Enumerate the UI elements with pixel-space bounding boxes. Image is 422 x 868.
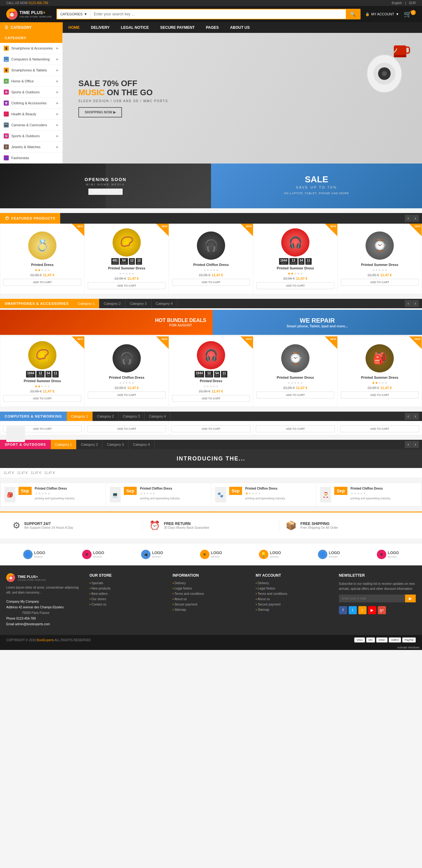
hero-shop-button[interactable]: SHOPPING NOW ▶ (78, 107, 122, 118)
featured-next-button[interactable]: › (412, 215, 419, 222)
footer-account-payment[interactable]: Secure payment (256, 603, 333, 606)
brand-text-block: LOGO BRAND (388, 551, 399, 558)
featured-prev-button[interactable]: ‹ (405, 215, 412, 222)
sport-tab-1[interactable]: Category 1 (51, 440, 77, 449)
footer-account-about[interactable]: About us (256, 597, 333, 601)
computers-tab-4[interactable]: Category 4 (144, 412, 171, 421)
svg-point-3 (382, 71, 387, 76)
brand-item[interactable]: ☀ LOGO BRAND (200, 550, 222, 559)
smartphones-tab-4[interactable]: Category 4 (151, 299, 177, 308)
brand-name[interactable]: BootExperts (37, 639, 54, 642)
footer-store-best[interactable]: Best sellers (89, 592, 166, 595)
countdown-timer: 1944DAYS 12HOUR 54MIN 11SEC (172, 371, 250, 377)
smartphones-tab-1[interactable]: Category 1 (73, 299, 100, 308)
nav-link-home[interactable]: HOME (63, 22, 85, 33)
sport-tab-4[interactable]: Category 4 (129, 440, 154, 449)
computers-prev-button[interactable]: ‹ (405, 413, 412, 420)
product-rating: ★★★★★ (256, 272, 334, 276)
featured-section: ⏱ FEATURED PRODUCTS ‹ › NEW 💍 Printed Dr… (0, 213, 422, 294)
twitter-icon[interactable]: t (349, 606, 357, 614)
account-icon-group[interactable]: 🔒 MY ACCOUNT ▼ (365, 12, 399, 16)
rss-icon[interactable]: r (358, 606, 366, 614)
add-to-cart-button[interactable]: ADD TO CART (256, 392, 334, 398)
blog-date: Sep (334, 487, 347, 495)
footer-info-legal[interactable]: Legal Notice (172, 587, 249, 590)
add-to-cart-button[interactable]: ADD TO CART (88, 282, 166, 289)
brand-item[interactable]: 🌀 LOGO BRAND (318, 550, 340, 559)
product-card: NEW 🎧 Printed Chiffon Dress ★★★★★ 22,95 … (85, 336, 169, 407)
computers-tab-3[interactable]: Category 3 (118, 412, 144, 421)
brand-item[interactable]: ♥ LOGO BRAND (82, 550, 104, 559)
feature-return: ⏰ FREE RETURN 30 Days Money Back Guarant… (143, 520, 280, 531)
banner-view-collection-button[interactable]: VIEW COLLECTION (88, 189, 122, 195)
newsletter-email-input[interactable] (339, 594, 405, 602)
add-to-cart-button[interactable]: ADD TO CART (88, 392, 166, 398)
google-plus-icon[interactable]: g+ (378, 606, 386, 614)
add-to-cart-button[interactable]: ADD TO CART (3, 395, 81, 402)
footer-account-delivery[interactable]: Delivery (256, 581, 333, 585)
brand-item[interactable]: 💡 LOGO BRAND (259, 550, 281, 559)
currency-selector[interactable]: EUR (409, 1, 416, 5)
brand-item[interactable]: 🌀 LOGO BRAND (23, 550, 45, 559)
footer-store-stores[interactable]: Our stores (89, 597, 166, 601)
footer-store-new[interactable]: New products (89, 587, 166, 590)
computers-next-button[interactable]: › (412, 413, 419, 420)
nav-link-payment[interactable]: SECURE PAYMENT (154, 22, 200, 33)
smartphones-tab-2[interactable]: Category 2 (100, 299, 125, 308)
footer-store-contact[interactable]: Contact us (89, 603, 166, 606)
footer-info-sitemap[interactable]: Sitemap (172, 608, 249, 612)
footer-account-terms[interactable]: Terms and conditions (256, 592, 333, 595)
phone-number[interactable]: 0123-456-789 (29, 1, 48, 5)
sport-tab-2[interactable]: Category 2 (77, 440, 103, 449)
footer-info-terms[interactable]: Terms and conditions (172, 592, 249, 595)
add-to-cart-button[interactable]: ADD TO CART (341, 392, 419, 398)
footer-account-sitemap[interactable]: Sitemap (256, 608, 333, 612)
add-to-cart-button[interactable]: ADD TO CART (256, 282, 334, 289)
footer-info-payment[interactable]: Secure payment (172, 603, 249, 606)
cart-badge: 2 (411, 10, 416, 15)
youtube-icon[interactable]: ▶ (368, 606, 376, 614)
newsletter-submit-button[interactable]: ▶ (405, 594, 416, 602)
footer-account-legal[interactable]: Legal Notice (256, 587, 333, 590)
we-repair-banner: WE REPAIR Smart phone, Tablet, Ipad and … (213, 310, 422, 335)
smartphones-tab-3[interactable]: Category 3 (125, 299, 151, 308)
footer-info-delivery[interactable]: Delivery (172, 581, 249, 585)
facebook-icon[interactable]: f (339, 606, 347, 614)
smartphones-prev-button[interactable]: ‹ (405, 300, 412, 307)
feature-text: FREE SHIPPING Free Shipping On All Order (300, 522, 338, 529)
product-card: NEW ⌚ Printed Summer Dress ★★★★★ 22,95 €… (338, 224, 422, 294)
add-to-cart-button[interactable]: ADD TO CART (172, 395, 250, 402)
new-badge: NEW (72, 336, 84, 349)
nav-link-about[interactable]: ABOUT US (224, 22, 255, 33)
sport-prev-button[interactable]: ‹ (405, 441, 412, 448)
nav-link-delivery[interactable]: DELIVERY (85, 22, 115, 33)
add-to-cart-button[interactable]: ADD TO CART (341, 279, 419, 286)
smartphones-sub-banners: HOT BUNDLE DEALS FOR AUGUST WE REPAIR Sm… (0, 310, 422, 335)
product-name: Printed Chiffon Dress (88, 376, 166, 379)
add-to-cart-button[interactable]: ADD TO CART (87, 425, 166, 432)
footer-info-about[interactable]: About us (172, 597, 249, 601)
sport-nav: ‹ › (405, 441, 422, 448)
language-selector[interactable]: English (392, 1, 402, 5)
product-name: Printed Summer Dress (341, 263, 419, 267)
search-button[interactable]: 🔍 (346, 9, 360, 19)
computers-tab-1[interactable]: Category 1 (67, 412, 93, 421)
add-to-cart-button[interactable]: ADD TO CART (172, 279, 250, 286)
brand-item[interactable]: ◀ LOGO BRAND (141, 550, 163, 559)
product-card: NEW 🎒 Printed Summer Dress ★★★★★ 22,95 €… (338, 336, 422, 407)
search-input[interactable] (91, 9, 346, 19)
footer-store-specials[interactable]: Specials (89, 581, 166, 585)
sport-next-button[interactable]: › (412, 441, 419, 448)
add-to-cart-button[interactable]: ADD TO CART (340, 425, 419, 432)
cart-icon-group[interactable]: 🛒 2 (404, 10, 416, 18)
search-category-selector[interactable]: CATEGORIES ▼ (57, 9, 91, 19)
add-to-cart-button[interactable]: ADD TO CART (171, 425, 251, 432)
sport-tab-3[interactable]: Category 3 (103, 440, 129, 449)
nav-link-pages[interactable]: PAGES (200, 22, 224, 33)
add-to-cart-button[interactable]: ADD TO CART (256, 425, 335, 432)
smartphones-next-button[interactable]: › (412, 300, 419, 307)
new-badge: NEW (409, 336, 422, 349)
computers-tab-2[interactable]: Category 2 (93, 412, 119, 421)
nav-link-legal[interactable]: LEGAL NOTICE (115, 22, 154, 33)
brand-item[interactable]: ♥ LOGO BRAND (377, 550, 399, 559)
